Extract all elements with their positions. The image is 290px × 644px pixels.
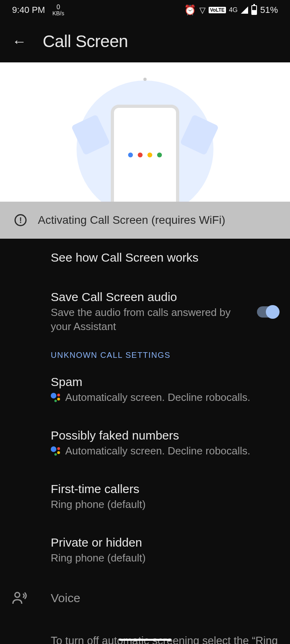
first-time-item[interactable]: First-time callers Ring phone (default) xyxy=(51,470,278,524)
alert-icon: ! xyxy=(14,214,27,226)
how-it-works-title: See how Call Screen works xyxy=(51,251,278,264)
alarm-icon: ⏰ xyxy=(184,4,196,16)
activation-banner: ! Activating Call Screen (requires WiFi) xyxy=(0,202,290,239)
network-speed: 0 KB/s xyxy=(52,4,64,16)
spam-item[interactable]: Spam Automatically screen. Decline roboc… xyxy=(51,363,278,417)
voice-label: Voice xyxy=(51,591,80,605)
faked-subtitle-row: Automatically screen. Decline robocalls. xyxy=(51,444,278,458)
spam-subtitle-row: Automatically screen. Decline robocalls. xyxy=(51,390,278,405)
back-arrow-icon[interactable]: ← xyxy=(12,33,27,50)
assistant-icon xyxy=(51,446,61,456)
dot-blue xyxy=(128,153,133,157)
spam-title: Spam xyxy=(51,375,278,389)
voice-icon xyxy=(12,592,28,605)
page-title: Call Screen xyxy=(43,32,128,51)
private-item[interactable]: Private or hidden Ring phone (default) xyxy=(51,524,278,577)
settings-list: See how Call Screen works Save Call Scre… xyxy=(0,239,290,578)
battery-percent: 51% xyxy=(260,5,278,15)
voice-item[interactable]: Voice xyxy=(0,578,290,619)
hero-phone xyxy=(111,105,179,202)
private-title: Private or hidden xyxy=(51,536,278,549)
how-it-works-item[interactable]: See how Call Screen works xyxy=(51,239,278,278)
save-audio-title: Save Call Screen audio xyxy=(51,290,249,304)
volte-badge: VoLTE xyxy=(209,7,226,13)
faked-subtitle: Automatically screen. Decline robocalls. xyxy=(65,444,251,458)
clock: 9:40 PM xyxy=(12,5,45,15)
status-right: ⏰ ▽ VoLTE 4G 51% xyxy=(184,4,278,16)
dot-red xyxy=(138,153,143,157)
private-subtitle: Ring phone (default) xyxy=(51,551,278,565)
save-audio-toggle[interactable] xyxy=(257,306,278,318)
spam-subtitle: Automatically screen. Decline robocalls. xyxy=(65,390,251,405)
battery-icon xyxy=(251,5,257,15)
wifi-icon: ▽ xyxy=(199,5,205,15)
status-bar: 9:40 PM 0 KB/s ⏰ ▽ VoLTE 4G 51% xyxy=(0,0,290,20)
first-time-subtitle: Ring phone (default) xyxy=(51,497,278,512)
status-left: 9:40 PM 0 KB/s xyxy=(12,4,64,16)
save-audio-item[interactable]: Save Call Screen audio Save the audio fr… xyxy=(51,278,278,346)
phone-antenna xyxy=(143,78,147,81)
save-audio-text: Save Call Screen audio Save the audio fr… xyxy=(51,290,249,334)
hero-illustration xyxy=(0,62,290,202)
unknown-calls-header: UNKNOWN CALL SETTINGS xyxy=(51,346,278,363)
network-type: 4G xyxy=(229,6,238,14)
assistant-dots xyxy=(128,153,162,157)
faked-numbers-item[interactable]: Possibly faked numbers Automatically scr… xyxy=(51,417,278,470)
dot-green xyxy=(157,153,162,157)
dot-yellow xyxy=(147,153,152,157)
signal-icon xyxy=(241,6,248,14)
assistant-icon xyxy=(51,393,61,402)
first-time-title: First-time callers xyxy=(51,482,278,496)
banner-text: Activating Call Screen (requires WiFi) xyxy=(38,214,225,227)
faked-title: Possibly faked numbers xyxy=(51,429,278,442)
svg-point-0 xyxy=(15,592,20,597)
save-audio-subtitle: Save the audio from calls answered by yo… xyxy=(51,305,249,334)
nav-indicator[interactable] xyxy=(119,639,171,641)
app-bar: ← Call Screen xyxy=(0,20,290,62)
